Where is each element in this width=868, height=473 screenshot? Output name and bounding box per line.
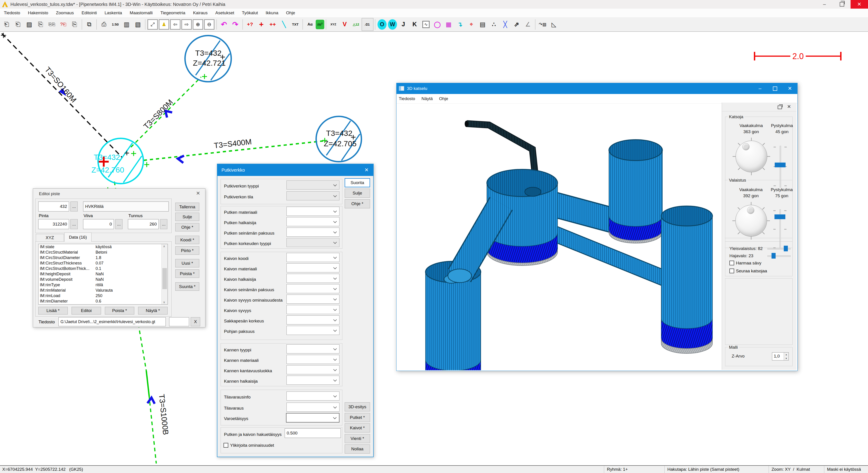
- point-move-icon[interactable]: [267, 18, 278, 31]
- spin-up-icon[interactable]: ▲: [784, 352, 788, 356]
- nayta-button[interactable]: Näytä *: [138, 307, 167, 315]
- putken-korkeuden-tyyppi-combo[interactable]: [286, 238, 339, 247]
- kaivon-syvyys-combo[interactable]: [286, 305, 339, 314]
- right-well[interactable]: [609, 140, 662, 243]
- point-desc-field[interactable]: HVKRitilä: [83, 201, 169, 212]
- spin-down-icon[interactable]: ▼: [784, 356, 788, 360]
- status-mask[interactable]: Maski ei käytössä: [824, 466, 868, 473]
- file-open-pattern-icon[interactable]: [24, 18, 35, 31]
- scale-1-50-icon[interactable]: 1:50: [110, 18, 121, 31]
- menu-ohje[interactable]: Ohje: [282, 9, 299, 17]
- status-search-mode[interactable]: Hakutapa: Lähin piste (Samat pisteet): [664, 466, 769, 473]
- kaivon-halkaisija-combo[interactable]: [286, 274, 339, 283]
- scroll-up-icon[interactable]: ∧: [163, 245, 165, 248]
- clipboard-copy-icon[interactable]: [84, 18, 95, 31]
- view-zoom-in-icon[interactable]: [193, 19, 203, 30]
- pipe-to-far-right-well[interactable]: [551, 232, 676, 283]
- print-icon[interactable]: [98, 18, 110, 31]
- kaivon-syvyys-ominaisuudesta-combo[interactable]: [286, 294, 339, 304]
- file-open-icon[interactable]: [1, 18, 12, 31]
- view-forward-icon[interactable]: [181, 19, 192, 30]
- kaivot-button[interactable]: Kaivot *: [345, 423, 370, 433]
- grid-draw-icon[interactable]: [443, 18, 454, 31]
- view-fit-icon[interactable]: [148, 19, 158, 30]
- kannen-halkaisija-combo[interactable]: [286, 376, 339, 385]
- ohje-button[interactable]: Ohje *: [175, 223, 199, 231]
- tallenna-button[interactable]: Tallenna: [175, 203, 199, 211]
- pinta-field[interactable]: 312240: [38, 219, 69, 229]
- code-browse-button[interactable]: ...: [70, 201, 78, 212]
- point-scatter-icon[interactable]: [488, 18, 500, 31]
- point-code-field[interactable]: 432: [38, 201, 69, 212]
- pipe-line-so160m[interactable]: [2, 33, 122, 158]
- nollaa-button[interactable]: Nollaa: [345, 444, 370, 453]
- file-open-add-icon[interactable]: [12, 18, 24, 31]
- kannen-materiaali-combo[interactable]: [286, 355, 339, 364]
- uusi-button[interactable]: Uusi *: [175, 259, 199, 267]
- suunta-button[interactable]: Suunta *: [175, 282, 199, 291]
- tunnus-browse-button[interactable]: ...: [160, 219, 167, 229]
- menu-maastomalli[interactable]: Maastomalli: [126, 9, 156, 17]
- light-vertical-slider-handle[interactable]: [774, 214, 785, 219]
- tunnus-field[interactable]: 260: [128, 219, 159, 229]
- viewer-menu-nayta[interactable]: Näytä: [418, 94, 436, 103]
- sakkapesan-korkeus-combo[interactable]: [286, 315, 339, 324]
- restore-button[interactable]: [833, 0, 850, 9]
- ellipse-draw-icon[interactable]: [432, 18, 443, 31]
- overwrite-checkbox[interactable]: [223, 443, 228, 448]
- letter-k-icon[interactable]: K: [409, 18, 420, 31]
- viewer-close-button[interactable]: ✕: [782, 83, 797, 94]
- file-save-copy-icon[interactable]: [46, 18, 58, 31]
- polygon-points-icon[interactable]: [548, 18, 560, 31]
- menu-zoomaus[interactable]: Zoomaus: [52, 9, 78, 17]
- kaivon-seinaman-paksuus-combo[interactable]: [286, 284, 339, 293]
- text-edit-icon[interactable]: TXT: [290, 18, 301, 31]
- list-scrollbar[interactable]: ∧ ∨: [161, 244, 167, 304]
- tilavarausinfo-combo[interactable]: [286, 391, 339, 401]
- search-distance-field[interactable]: 0.500: [285, 429, 341, 438]
- curve-hatch-icon[interactable]: [537, 18, 548, 31]
- kannen-tyyppi-combo[interactable]: [286, 344, 339, 353]
- menu-ikkuna[interactable]: Ikkuna: [262, 9, 282, 17]
- float-panel-icon[interactable]: [778, 105, 782, 109]
- tab-xyz[interactable]: XYZ: [36, 234, 64, 242]
- tab-data[interactable]: Data (16): [64, 232, 92, 242]
- viiva-field[interactable]: 0: [83, 219, 114, 229]
- view-back-icon[interactable]: [170, 19, 181, 30]
- redo-icon[interactable]: [229, 18, 241, 31]
- kaivon-koodi-combo[interactable]: [286, 253, 339, 262]
- angle-dash-icon[interactable]: [522, 18, 533, 31]
- putken-seinaman-paksuus-combo[interactable]: [286, 227, 339, 236]
- minimize-button[interactable]: –: [816, 0, 833, 9]
- close-icon[interactable]: ✕: [196, 190, 200, 196]
- line-intersect-icon[interactable]: ∕21: [362, 18, 373, 31]
- circle-w-icon[interactable]: W: [388, 19, 397, 30]
- menu-kairaus[interactable]: Kairaus: [189, 9, 211, 17]
- dark-inlet-pipe[interactable]: [465, 121, 535, 175]
- close-icon[interactable]: ✕: [365, 167, 369, 173]
- gray-tone-checkbox[interactable]: [730, 261, 734, 265]
- follow-viewer-checkbox[interactable]: [730, 269, 734, 273]
- z-arvo-spinner[interactable]: 1,0 ▲ ▼: [772, 352, 789, 360]
- view-zoom-out-icon[interactable]: [204, 19, 214, 30]
- scrollbar-thumb[interactable]: [162, 268, 167, 289]
- close-button[interactable]: ✕: [850, 0, 868, 9]
- circle-o-icon[interactable]: O: [377, 19, 386, 30]
- poista-side-button[interactable]: Poista *: [175, 270, 199, 278]
- line-cross-icon[interactable]: [500, 18, 511, 31]
- scroll-down-icon[interactable]: ∨: [163, 301, 165, 304]
- menu-tiegeometria[interactable]: Tiegeometria: [156, 9, 189, 17]
- fill-pattern-icon[interactable]: [132, 18, 144, 31]
- putkiverkon-tyyppi-combo[interactable]: [286, 181, 339, 190]
- putkiverkon-tila-combo[interactable]: [286, 191, 339, 200]
- esitys-3d-button[interactable]: 3D-esitys: [345, 402, 370, 411]
- draw-direction-icon[interactable]: [511, 18, 522, 31]
- far-right-well[interactable]: [661, 206, 712, 353]
- triangle-model-icon[interactable]: △12: [350, 18, 362, 31]
- diffuse-slider-handle[interactable]: [772, 253, 776, 259]
- profile-window-icon[interactable]: [420, 18, 432, 31]
- menu-tyokalut[interactable]: Työkalut: [238, 9, 262, 17]
- putken-materiaali-combo[interactable]: [286, 207, 339, 216]
- well-symbol-2[interactable]: T3=432 Z=42.705: [316, 116, 362, 162]
- ohje-pv-button[interactable]: Ohje *: [345, 199, 370, 208]
